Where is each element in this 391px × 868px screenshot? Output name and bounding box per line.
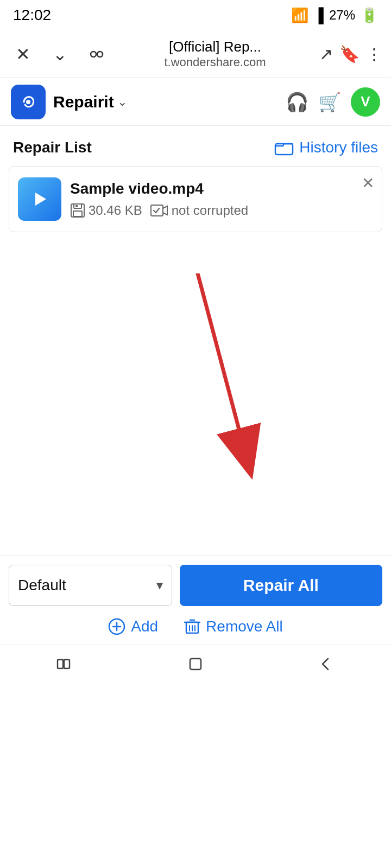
share-icon[interactable]: ↗︎ — [319, 44, 333, 63]
status-bar: 12:02 📶 ▐ 27% 🔋 — [0, 0, 391, 30]
repair-list-header: Repair List History files — [0, 126, 391, 166]
support-icon[interactable]: 🎧 — [286, 91, 308, 113]
browser-down-button[interactable]: ⌄ — [46, 40, 74, 68]
add-label: Add — [131, 618, 158, 635]
svg-point-0 — [91, 52, 96, 57]
history-files-button[interactable]: History files — [274, 139, 378, 156]
svg-point-3 — [26, 100, 30, 104]
svg-rect-22 — [64, 660, 70, 668]
arrow-area — [0, 241, 391, 556]
status-icons: 📶 ▐ 27% 🔋 — [291, 7, 378, 24]
file-status-item: not corrupted — [150, 203, 248, 218]
svg-rect-8 — [73, 211, 82, 216]
file-name: Sample video.mp4 — [70, 180, 373, 197]
toolbar-row1: Default ▾ Repair All — [9, 565, 382, 606]
file-thumbnail — [18, 177, 61, 221]
battery-indicator: 27% — [329, 8, 355, 23]
more-options-icon[interactable]: ⋮ — [366, 44, 382, 63]
file-card: Sample video.mp4 30.46 KB n — [9, 166, 382, 232]
browser-tabs-button[interactable] — [83, 40, 111, 68]
chevron-down-icon: ⌄ — [117, 95, 127, 109]
signal-icon: ▐ — [314, 7, 324, 24]
svg-rect-23 — [190, 659, 201, 669]
browser-bar: ✕ ⌄ [Official] Rep... t.wondershare.com … — [0, 30, 391, 78]
select-chevron-icon: ▾ — [156, 578, 163, 593]
nav-home-button[interactable] — [186, 654, 205, 678]
add-button[interactable]: Add — [108, 618, 158, 635]
bottom-toolbar: Default ▾ Repair All Add Remove — [0, 556, 391, 644]
file-info: Sample video.mp4 30.46 KB n — [70, 180, 373, 218]
history-files-label: History files — [299, 139, 378, 156]
red-arrow-annotation — [187, 273, 274, 490]
bookmark-icon[interactable]: 🔖 — [339, 44, 360, 63]
browser-actions: ↗︎ 🔖 ⋮ — [319, 44, 382, 63]
header-icons: 🎧 🛒 V — [286, 87, 380, 117]
default-select[interactable]: Default ▾ — [9, 565, 172, 606]
file-size-item: 30.46 KB — [70, 203, 142, 218]
app-header: Repairit ⌄ 🎧 🛒 V — [0, 78, 391, 126]
file-size: 30.46 KB — [89, 203, 142, 218]
repair-all-button[interactable]: Repair All — [180, 565, 382, 606]
nav-recent-button[interactable] — [55, 654, 75, 678]
app-name: Repairit — [53, 93, 114, 111]
svg-rect-9 — [75, 205, 78, 207]
svg-rect-21 — [58, 660, 63, 668]
svg-line-11 — [198, 273, 247, 458]
check-video-icon — [150, 203, 168, 218]
cart-icon[interactable]: 🛒 — [318, 91, 341, 113]
default-label: Default — [18, 577, 66, 594]
remove-all-button[interactable]: Remove All — [184, 618, 283, 635]
nav-back-button[interactable] — [316, 654, 336, 678]
avatar[interactable]: V — [351, 87, 380, 117]
toolbar-row2: Add Remove All — [9, 614, 382, 637]
browser-url-area[interactable]: [Official] Rep... t.wondershare.com — [119, 39, 311, 69]
repair-list-title: Repair List — [13, 139, 92, 156]
app-logo — [11, 85, 46, 119]
wifi-icon: 📶 — [291, 7, 308, 24]
browser-close-button[interactable]: ✕ — [9, 40, 37, 68]
browser-page-title: [Official] Rep... — [169, 39, 261, 55]
system-nav-bar — [0, 644, 391, 687]
add-circle-icon — [108, 618, 125, 635]
app-name-area[interactable]: Repairit ⌄ — [53, 93, 278, 111]
remove-all-label: Remove All — [206, 618, 283, 635]
trash-icon — [184, 618, 200, 635]
status-time: 12:02 — [13, 7, 51, 24]
svg-marker-5 — [35, 193, 46, 206]
floppy-disk-icon — [70, 203, 85, 218]
battery-icon: 🔋 — [361, 7, 378, 24]
file-close-button[interactable]: ✕ — [362, 174, 374, 192]
svg-point-1 — [97, 52, 103, 57]
file-meta: 30.46 KB not corrupted — [70, 203, 373, 218]
file-status: not corrupted — [172, 203, 248, 218]
browser-domain: t.wondershare.com — [164, 55, 266, 69]
